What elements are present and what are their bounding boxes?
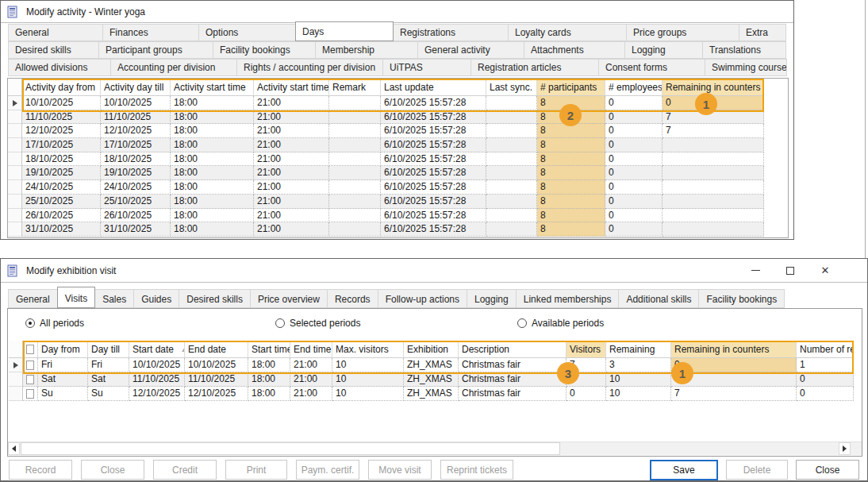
row-selector[interactable] [9, 372, 23, 387]
tab-finances[interactable]: Finances [102, 24, 199, 41]
cell-employees[interactable]: 0 [605, 138, 663, 152]
button-credit[interactable]: Credit [153, 460, 217, 480]
cell-last-update[interactable]: 6/10/2025 15:57:28 [381, 209, 486, 223]
scrollbar-thumb[interactable] [21, 442, 560, 455]
tab-participant-groups[interactable]: Participant groups [98, 41, 213, 59]
cell-remaining-in-counters[interactable] [663, 209, 764, 223]
cell-day-till[interactable]: Su [88, 387, 129, 401]
cell-last-update[interactable]: 6/10/2025 15:57:28 [381, 138, 486, 152]
cell-activity-start-time[interactable]: 18:00 [171, 152, 254, 167]
cell-employees[interactable]: 0 [605, 209, 663, 223]
title-bar[interactable]: Modify activity - Winter yoga [1, 1, 793, 23]
cell-activity-day-from[interactable]: 31/10/2025 [22, 222, 101, 237]
title-bar[interactable]: Modify exhibition visit ✕ [1, 259, 867, 283]
column-header-start-time[interactable]: Start time [248, 341, 290, 358]
tab-attachments[interactable]: Attachments [524, 41, 625, 59]
cell-last-sync[interactable] [486, 110, 537, 125]
cell-last-update[interactable]: 6/10/2025 15:57:28 [381, 166, 486, 180]
button-reprint-tickets[interactable]: Reprint tickets [440, 460, 513, 480]
cell-remaining[interactable]: 3 [606, 358, 671, 372]
row-selector[interactable] [8, 96, 22, 110]
horizontal-scrollbar[interactable] [8, 442, 862, 455]
tab-rights-accounting-per-division[interactable]: Rights / accounting per division [236, 59, 383, 76]
tab-general[interactable]: General [8, 289, 58, 308]
row-checkbox[interactable] [26, 375, 34, 384]
cell-activity-start-time[interactable]: 21:00 [254, 166, 329, 180]
cell-day-till[interactable]: Fri [88, 358, 129, 372]
cell-last-update[interactable]: 6/10/2025 15:57:28 [381, 222, 486, 237]
row-selector[interactable] [8, 152, 22, 167]
cell-participants[interactable]: 8 [537, 138, 605, 152]
row-selector[interactable] [8, 195, 22, 209]
cell-end-date[interactable]: 10/10/2025 [185, 358, 248, 372]
cell-participants[interactable]: 8 [537, 124, 605, 138]
cell-participants[interactable]: 8 [537, 195, 605, 209]
cell-exhibition[interactable]: ZH_XMAS [404, 372, 459, 387]
cell-exhibition[interactable]: ZH_XMAS [404, 358, 459, 372]
cell-day-from[interactable]: Su [38, 387, 88, 401]
cell-activity-day-till[interactable]: 24/10/2025 [101, 180, 171, 195]
scroll-left-arrow-icon[interactable] [8, 442, 20, 455]
column-header-activity-start-time[interactable]: Activity start time [171, 79, 254, 96]
tab-general-activity[interactable]: General activity [417, 41, 524, 59]
cell-activity-start-time[interactable]: 21:00 [254, 222, 329, 237]
cell-participants[interactable]: 8 [537, 152, 605, 167]
tab-days[interactable]: Days [295, 21, 394, 41]
tab-allowed-divisions[interactable]: Allowed divisions [8, 59, 111, 76]
cell-remark[interactable] [329, 110, 381, 125]
cell-last-sync[interactable] [486, 195, 537, 209]
cell-last-sync[interactable] [486, 222, 537, 237]
tab-registration-articles[interactable]: Registration articles [470, 59, 599, 76]
select-all-checkbox[interactable] [26, 345, 34, 354]
cell-last-update[interactable]: 6/10/2025 15:57:28 [381, 124, 486, 138]
tab-sales[interactable]: Sales [94, 289, 134, 308]
cell-employees[interactable]: 0 [605, 152, 663, 167]
row-checkbox[interactable] [26, 389, 34, 399]
cell-end-time[interactable]: 21:00 [290, 358, 332, 372]
tab-facility-bookings[interactable]: Facility bookings [698, 289, 785, 308]
cell-activity-day-till[interactable]: 25/10/2025 [101, 195, 171, 209]
row-selector[interactable] [8, 124, 22, 138]
tab-registrations[interactable]: Registrations [393, 24, 509, 41]
cell-activity-day-from[interactable]: 19/10/2025 [22, 166, 101, 180]
cell-activity-start-time[interactable]: 21:00 [254, 180, 329, 195]
cell-remark[interactable] [329, 222, 381, 237]
close-icon[interactable]: ✕ [820, 265, 831, 276]
cell-activity-day-from[interactable]: 24/10/2025 [22, 180, 101, 195]
column-header-end-date[interactable]: End date [185, 341, 248, 358]
cell-activity-day-till[interactable]: 18/10/2025 [101, 152, 171, 167]
row-selector[interactable] [8, 180, 22, 195]
column-header-remaining-in-counters[interactable]: Remaining in counters [671, 341, 797, 358]
cell-max-visitors[interactable]: 10 [332, 372, 404, 387]
tab-consent-forms[interactable]: Consent forms [598, 59, 705, 76]
maximize-icon[interactable] [785, 265, 796, 276]
cell-day-from[interactable]: Fri [38, 358, 88, 372]
cell-activity-start-time[interactable]: 21:00 [254, 96, 329, 110]
cell-last-sync[interactable] [486, 180, 537, 195]
tab-follow-up-actions[interactable]: Follow-up actions [378, 289, 467, 308]
radio-available-periods[interactable]: Available periods [517, 318, 604, 329]
row-selector[interactable] [8, 138, 22, 152]
tab-desired-skills[interactable]: Desired skills [179, 289, 251, 308]
cell-visitors[interactable]: 0 [567, 387, 606, 401]
cell-day-from[interactable]: Sat [38, 372, 88, 387]
cell-employees[interactable]: 0 [605, 110, 663, 125]
minimize-icon[interactable] [750, 265, 761, 276]
cell-number-of-reservations[interactable]: 0 [797, 372, 854, 387]
scroll-right-arrow-icon[interactable] [839, 442, 851, 455]
cell-last-sync[interactable] [486, 152, 537, 167]
radio-selected-periods[interactable]: Selected periods [275, 318, 360, 329]
column-header-day-till[interactable]: Day till [88, 341, 129, 358]
cell-end-time[interactable]: 21:00 [290, 372, 332, 387]
row-selector[interactable] [8, 110, 22, 125]
tab-facility-bookings[interactable]: Facility bookings [213, 41, 316, 59]
button-save[interactable]: Save [650, 460, 718, 480]
cell-participants[interactable]: 8 [537, 166, 605, 180]
column-header-start-date[interactable]: Start date [129, 341, 185, 358]
cell-last-sync[interactable] [486, 96, 537, 110]
cell-last-update[interactable]: 6/10/2025 15:57:28 [381, 96, 486, 110]
cell-activity-day-till[interactable]: 17/10/2025 [101, 138, 171, 152]
tab-additional-skills[interactable]: Additional skills [618, 289, 699, 308]
column-header-last-sync[interactable]: Last sync. [486, 79, 537, 96]
button-record[interactable]: Record [9, 460, 72, 480]
